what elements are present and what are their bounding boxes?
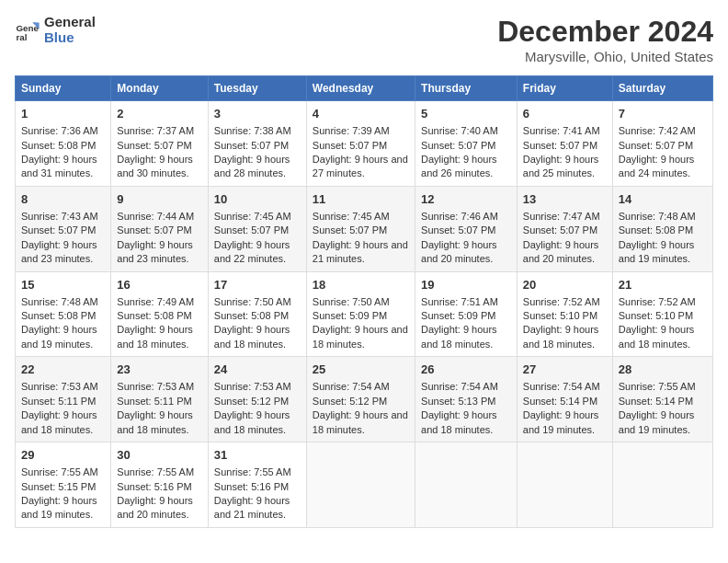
- daylight-label: Daylight: 9 hours and 18 minutes.: [619, 324, 695, 349]
- day-number: 9: [117, 191, 202, 208]
- day-cell: 25Sunrise: 7:54 AMSunset: 5:12 PMDayligh…: [306, 357, 415, 442]
- daylight-label: Daylight: 9 hours and 18 minutes.: [117, 324, 193, 349]
- day-cell: 21Sunrise: 7:52 AMSunset: 5:10 PMDayligh…: [612, 271, 712, 357]
- sunrise-text: Sunrise: 7:52 AM: [619, 296, 696, 307]
- sunset-text: Sunset: 5:07 PM: [523, 140, 597, 151]
- sunrise-text: Sunrise: 7:38 AM: [214, 125, 291, 136]
- sunrise-text: Sunrise: 7:50 AM: [313, 296, 390, 307]
- sunset-text: Sunset: 5:07 PM: [421, 140, 495, 151]
- sunset-text: Sunset: 5:07 PM: [117, 140, 191, 151]
- day-cell: 23Sunrise: 7:53 AMSunset: 5:11 PMDayligh…: [111, 357, 209, 442]
- sunrise-text: Sunrise: 7:36 AM: [21, 125, 98, 136]
- sunrise-text: Sunrise: 7:39 AM: [313, 125, 390, 136]
- sunrise-text: Sunrise: 7:44 AM: [117, 211, 194, 222]
- day-cell: 7Sunrise: 7:42 AMSunset: 5:07 PMDaylight…: [612, 101, 712, 187]
- calendar-body: 1Sunrise: 7:36 AMSunset: 5:08 PMDaylight…: [16, 101, 713, 528]
- daylight-label: Daylight: 9 hours and 19 minutes.: [21, 495, 97, 520]
- header-cell-friday: Friday: [517, 76, 612, 101]
- daylight-label: Daylight: 9 hours and 19 minutes.: [21, 324, 97, 349]
- sunset-text: Sunset: 5:07 PM: [214, 224, 289, 236]
- day-number: 28: [619, 362, 707, 378]
- sunset-text: Sunset: 5:08 PM: [21, 310, 96, 321]
- daylight-label: Daylight: 9 hours and 28 minutes.: [214, 154, 290, 178]
- sunset-text: Sunset: 5:07 PM: [117, 224, 191, 236]
- header-cell-sunday: Sunday: [16, 76, 111, 101]
- sunrise-text: Sunrise: 7:40 AM: [421, 125, 498, 136]
- day-cell: [415, 442, 518, 528]
- daylight-label: Daylight: 9 hours and 23 minutes.: [117, 239, 193, 264]
- sunrise-text: Sunrise: 7:45 AM: [214, 211, 291, 222]
- sunrise-text: Sunrise: 7:55 AM: [214, 466, 291, 477]
- day-cell: 3Sunrise: 7:38 AMSunset: 5:07 PMDaylight…: [208, 101, 306, 187]
- daylight-label: Daylight: 9 hours and 24 minutes.: [619, 154, 695, 178]
- sunrise-text: Sunrise: 7:46 AM: [421, 211, 498, 222]
- sunrise-text: Sunrise: 7:52 AM: [523, 296, 600, 307]
- daylight-label: Daylight: 9 hours and 18 minutes.: [523, 324, 599, 349]
- day-number: 17: [214, 277, 301, 293]
- logo-text-line2: Blue: [44, 30, 96, 46]
- daylight-label: Daylight: 9 hours and 19 minutes.: [619, 409, 695, 434]
- day-number: 18: [313, 277, 409, 293]
- calendar-table: SundayMondayTuesdayWednesdayThursdayFrid…: [15, 75, 713, 528]
- day-cell: 31Sunrise: 7:55 AMSunset: 5:16 PMDayligh…: [208, 442, 306, 528]
- sunset-text: Sunset: 5:08 PM: [214, 310, 289, 321]
- sunrise-text: Sunrise: 7:48 AM: [619, 211, 696, 222]
- sunrise-text: Sunrise: 7:55 AM: [619, 381, 696, 392]
- day-number: 22: [21, 362, 105, 378]
- day-number: 5: [421, 106, 511, 122]
- day-cell: 26Sunrise: 7:54 AMSunset: 5:13 PMDayligh…: [415, 357, 518, 442]
- sunrise-text: Sunrise: 7:54 AM: [313, 381, 390, 392]
- sunset-text: Sunset: 5:07 PM: [523, 224, 597, 236]
- daylight-label: Daylight: 9 hours and 30 minutes.: [117, 154, 193, 178]
- sunset-text: Sunset: 5:16 PM: [117, 481, 191, 492]
- daylight-label: Daylight: 9 hours and 21 minutes.: [214, 495, 290, 520]
- day-cell: 17Sunrise: 7:50 AMSunset: 5:08 PMDayligh…: [208, 271, 306, 357]
- day-number: 29: [21, 447, 105, 464]
- sunset-text: Sunset: 5:09 PM: [421, 310, 495, 321]
- sunrise-text: Sunrise: 7:45 AM: [313, 211, 390, 222]
- daylight-label: Daylight: 9 hours and 20 minutes.: [117, 495, 193, 520]
- day-cell: 27Sunrise: 7:54 AMSunset: 5:14 PMDayligh…: [517, 357, 612, 442]
- daylight-label: Daylight: 9 hours and 18 minutes.: [421, 324, 497, 349]
- day-number: 11: [313, 191, 409, 208]
- day-cell: 6Sunrise: 7:41 AMSunset: 5:07 PMDaylight…: [517, 101, 612, 187]
- day-number: 30: [117, 447, 202, 464]
- sunset-text: Sunset: 5:13 PM: [421, 396, 495, 407]
- day-cell: 30Sunrise: 7:55 AMSunset: 5:16 PMDayligh…: [111, 442, 209, 528]
- sunrise-text: Sunrise: 7:49 AM: [117, 296, 194, 307]
- day-number: 24: [214, 362, 301, 378]
- day-number: 8: [21, 191, 105, 208]
- header-cell-thursday: Thursday: [415, 76, 518, 101]
- sunrise-text: Sunrise: 7:51 AM: [421, 296, 498, 307]
- day-cell: 28Sunrise: 7:55 AMSunset: 5:14 PMDayligh…: [612, 357, 712, 442]
- daylight-label: Daylight: 9 hours and 27 minutes.: [313, 154, 408, 178]
- daylight-label: Daylight: 9 hours and 18 minutes.: [21, 409, 97, 434]
- day-cell: 12Sunrise: 7:46 AMSunset: 5:07 PMDayligh…: [415, 186, 518, 271]
- day-cell: 13Sunrise: 7:47 AMSunset: 5:07 PMDayligh…: [517, 186, 612, 271]
- svg-text:ral: ral: [16, 32, 27, 42]
- day-number: 1: [21, 106, 105, 122]
- header-cell-monday: Monday: [111, 76, 209, 101]
- sunset-text: Sunset: 5:09 PM: [313, 310, 387, 321]
- day-cell: 10Sunrise: 7:45 AMSunset: 5:07 PMDayligh…: [208, 186, 306, 271]
- sunrise-text: Sunrise: 7:53 AM: [21, 381, 98, 392]
- week-row-1: 1Sunrise: 7:36 AMSunset: 5:08 PMDaylight…: [16, 101, 713, 187]
- week-row-4: 22Sunrise: 7:53 AMSunset: 5:11 PMDayligh…: [16, 357, 713, 442]
- day-cell: 4Sunrise: 7:39 AMSunset: 5:07 PMDaylight…: [306, 101, 415, 187]
- daylight-label: Daylight: 9 hours and 18 minutes.: [313, 324, 408, 349]
- day-number: 25: [313, 362, 409, 378]
- sunset-text: Sunset: 5:11 PM: [117, 396, 191, 407]
- sunrise-text: Sunrise: 7:50 AM: [214, 296, 291, 307]
- day-cell: 9Sunrise: 7:44 AMSunset: 5:07 PMDaylight…: [111, 186, 209, 271]
- day-number: 21: [619, 277, 707, 293]
- day-number: 3: [214, 106, 301, 122]
- sunset-text: Sunset: 5:08 PM: [117, 310, 191, 321]
- sunrise-text: Sunrise: 7:54 AM: [523, 381, 600, 392]
- week-row-5: 29Sunrise: 7:55 AMSunset: 5:15 PMDayligh…: [16, 442, 713, 528]
- day-cell: [306, 442, 415, 528]
- sunrise-text: Sunrise: 7:53 AM: [214, 381, 291, 392]
- sunset-text: Sunset: 5:15 PM: [21, 481, 96, 492]
- day-cell: 2Sunrise: 7:37 AMSunset: 5:07 PMDaylight…: [111, 101, 209, 187]
- day-number: 12: [421, 191, 511, 208]
- day-number: 23: [117, 362, 202, 378]
